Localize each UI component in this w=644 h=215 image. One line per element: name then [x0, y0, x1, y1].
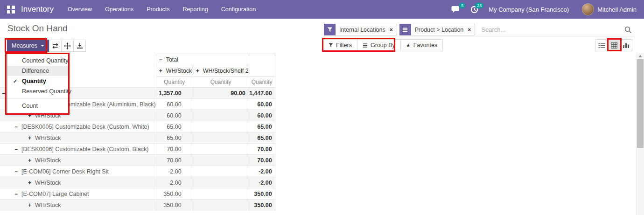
remove-facet-icon[interactable]: ×	[468, 27, 471, 33]
activities-badge: 26	[475, 3, 483, 8]
remove-facet-icon[interactable]: ×	[390, 27, 393, 33]
pivot-view-button[interactable]	[608, 39, 620, 51]
measures-button[interactable]: Measures	[7, 40, 49, 52]
menu-products[interactable]: Products	[140, 0, 176, 19]
pivot-cell: 350.00	[156, 188, 193, 200]
apps-grid-icon[interactable]	[7, 6, 15, 14]
collapse-icon[interactable]: −	[14, 124, 18, 130]
list-view-button[interactable]	[595, 39, 608, 51]
navbar-right: 5 26 My Company (San Francisco) Mitchell…	[451, 3, 644, 15]
company-switcher[interactable]: My Company (San Francisco)	[489, 6, 569, 13]
expand-icon[interactable]: +	[28, 135, 31, 141]
pivot-cell	[193, 177, 249, 188]
chevron-down-icon	[41, 45, 44, 47]
table-row: −[E-COM07] Large Cabinet 350.00 350.00	[0, 188, 275, 200]
measure-option-reserved-quantity[interactable]: Reserved Quantity	[7, 86, 68, 97]
menu-overview[interactable]: Overview	[61, 0, 98, 19]
pivot-cell: -2.00	[156, 177, 193, 188]
search-options: Filters Group By ★ Favorites	[323, 39, 443, 51]
view-switcher	[596, 39, 632, 51]
pivot-cell	[193, 99, 249, 110]
collapse-icon[interactable]: −	[14, 146, 18, 153]
expand-arrows-icon	[64, 42, 71, 49]
scrollbar-thumb[interactable]	[637, 59, 644, 148]
pivot-cell: 1,357.00	[156, 88, 193, 99]
expand-icon[interactable]: +	[196, 68, 199, 74]
activities-button[interactable]: 26	[470, 6, 478, 14]
facet-label: Internal Locations	[339, 27, 385, 33]
pivot-cell	[193, 155, 249, 166]
pivot-cell: 350.00	[249, 188, 275, 200]
measure-header[interactable]: Quantity	[193, 76, 249, 88]
expand-icon[interactable]: +	[159, 68, 162, 74]
col-header-wh-stock[interactable]: +WH/Stock	[156, 65, 193, 76]
collapse-icon[interactable]: −	[2, 90, 5, 97]
flip-axis-icon	[52, 43, 59, 49]
group-by-icon	[399, 24, 411, 35]
filters-label: Filters	[336, 42, 352, 49]
search-facet-product-location: Product > Location ×	[399, 24, 476, 35]
row-label: WH/Stock	[35, 202, 61, 208]
favorites-label: Favorites	[413, 42, 437, 49]
flip-axis-button[interactable]	[49, 40, 62, 52]
measures-dropdown: Counted Quantity Difference ✓Quantity Re…	[7, 53, 69, 113]
collapse-icon[interactable]: −	[14, 168, 18, 175]
table-row: +WH/Stock -2.00 -2.00	[0, 177, 275, 188]
row-header-product[interactable]: −[DESK0005] Customizable Desk (Custom, W…	[0, 121, 156, 132]
row-header-product[interactable]: −[E-COM06] Corner Desk Right Sit	[0, 166, 156, 177]
expand-all-button[interactable]	[61, 40, 74, 52]
graph-view-button[interactable]	[620, 39, 632, 51]
measure-option-counted-quantity[interactable]: Counted Quantity	[7, 55, 68, 66]
row-label: [DESK0005] Customizable Desk (Custom, Wh…	[21, 124, 149, 130]
collapse-icon[interactable]: −	[14, 191, 18, 197]
measure-option-count[interactable]: Count	[7, 101, 68, 111]
pivot-cell: 350.00	[156, 200, 193, 211]
pivot-cell: 65.00	[249, 121, 275, 132]
menu-operations[interactable]: Operations	[98, 0, 140, 19]
table-row: +WH/Stock 70.00 70.00	[0, 155, 275, 166]
col-header-total[interactable]: −Total	[156, 54, 249, 65]
top-navbar: Inventory Overview Operations Products R…	[0, 0, 644, 19]
favorites-button[interactable]: ★ Favorites	[400, 39, 443, 51]
messages-button[interactable]: 5	[451, 6, 460, 14]
pivot-cell: -2.00	[249, 166, 275, 177]
measure-header[interactable]: Quantity	[249, 76, 275, 88]
filters-button[interactable]: Filters	[323, 39, 357, 51]
measure-option-quantity[interactable]: ✓Quantity	[7, 76, 68, 86]
menu-configuration[interactable]: Configuration	[215, 0, 262, 19]
collapse-icon[interactable]: −	[159, 56, 162, 63]
download-xlsx-button[interactable]	[73, 40, 86, 52]
table-row: +WH/Stock 65.00 65.00	[0, 132, 275, 144]
pivot-cell: -2.00	[156, 166, 193, 177]
row-header-product[interactable]: −[E-COM07] Large Cabinet	[0, 188, 156, 200]
col-header-label: WH/Stock/Shelf 2	[203, 68, 249, 74]
row-header-product[interactable]: −[DESK0006] Customizable Desk (Custom, B…	[0, 144, 156, 155]
search-input[interactable]	[481, 26, 624, 33]
col-header-wh-stock-shelf2[interactable]: +WH/Stock/Shelf 2	[193, 65, 249, 76]
vertical-scrollbar[interactable]	[636, 53, 644, 215]
measure-option-difference[interactable]: Difference	[7, 66, 68, 76]
facet-body: Internal Locations ×	[336, 24, 397, 35]
row-header-location[interactable]: +WH/Stock	[0, 200, 156, 211]
measure-header[interactable]: Quantity	[156, 76, 193, 88]
table-row: −[E-COM06] Corner Desk Right Sit -2.00 -…	[0, 166, 275, 177]
row-header-location[interactable]: +WH/Stock	[0, 155, 156, 166]
table-row: −[DESK0005] Customizable Desk (Custom, W…	[0, 121, 275, 132]
row-header-location[interactable]: +WH/Stock	[0, 177, 156, 188]
group-by-button[interactable]: Group By	[357, 39, 401, 51]
expand-icon[interactable]: +	[28, 157, 31, 164]
row-header-location[interactable]: +WH/Stock	[0, 132, 156, 144]
avatar[interactable]	[582, 3, 594, 15]
list-icon	[598, 42, 605, 49]
search-facet-internal-locations: Internal Locations ×	[324, 24, 397, 35]
search-icon[interactable]	[624, 26, 632, 34]
scroll-up-arrow-icon[interactable]	[638, 55, 642, 57]
app-name[interactable]: Inventory	[21, 5, 54, 14]
measures-button-label: Measures	[12, 42, 37, 49]
expand-icon[interactable]: +	[28, 180, 31, 186]
menu-reporting[interactable]: Reporting	[176, 0, 215, 19]
expand-icon[interactable]: +	[28, 202, 31, 208]
pivot-cell: 350.00	[249, 200, 275, 211]
user-menu[interactable]: Mitchell Admin	[597, 6, 637, 13]
col-header-label: WH/Stock	[166, 68, 192, 74]
